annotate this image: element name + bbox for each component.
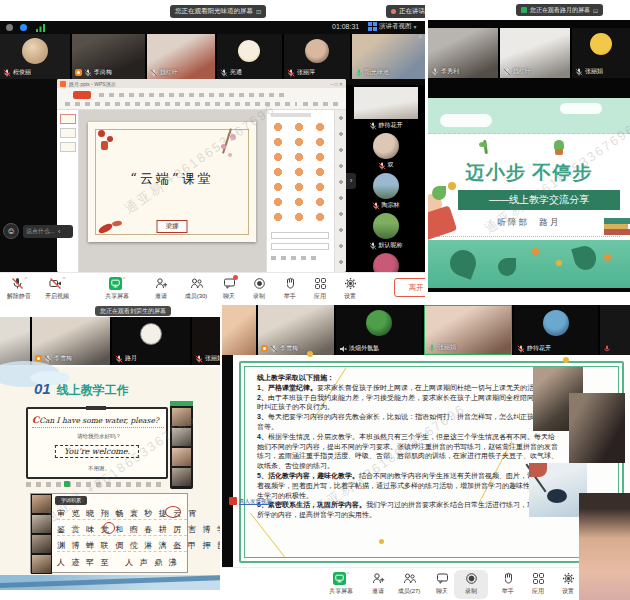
- slide-thumbnail[interactable]: [60, 142, 76, 152]
- participant-tile[interactable]: 张丽娟: [572, 28, 630, 78]
- yellow-dot-decoration: [307, 351, 313, 357]
- video-strip: 李雪梅 路月 张丽娟: [0, 317, 220, 365]
- wps-slide-panel[interactable]: [57, 110, 79, 272]
- speaker-icon: [391, 9, 396, 14]
- participant-tile-partial[interactable]: [600, 305, 630, 355]
- banner-text: 您正在观看刘荣生的屏幕: [100, 307, 166, 316]
- participant-tile[interactable]: [354, 87, 418, 119]
- meeting-toolbar: ^ 共享屏幕 邀请 成员(27) 聊天 录制 举手 应用: [222, 567, 630, 600]
- apps-button[interactable]: 应用: [305, 277, 335, 301]
- members-button[interactable]: 成员(30): [178, 277, 214, 301]
- participant-tile[interactable]: 魏红叶: [500, 28, 570, 78]
- start-video-label: 开启视频: [45, 292, 69, 301]
- panel-header-decoration: [271, 113, 311, 117]
- plum-blossom-decoration: [107, 136, 113, 142]
- participant-tile[interactable]: [222, 305, 256, 355]
- participant-tile[interactable]: 张丽娟: [192, 317, 220, 365]
- slide-author: 听障部 路月: [428, 217, 630, 229]
- student-video: [172, 408, 191, 426]
- view-mode-switch[interactable]: 演讲者视图 ▾: [368, 22, 417, 31]
- share-screen-button[interactable]: ^ 共享屏幕: [100, 277, 134, 301]
- participant-tile[interactable]: 路月: [112, 317, 190, 365]
- mic-muted-icon: [369, 122, 377, 130]
- invite-icon: [155, 277, 168, 290]
- panel-dropdown[interactable]: [271, 243, 329, 250]
- share-screen-icon: [333, 572, 346, 585]
- avatar: [140, 323, 162, 345]
- avatar[interactable]: [373, 173, 399, 199]
- emoji-button[interactable]: ☺: [3, 223, 19, 239]
- wps-home-tab[interactable]: [73, 91, 91, 99]
- share-options-caret[interactable]: ^: [347, 572, 350, 576]
- invite-button[interactable]: 邀请: [364, 572, 392, 596]
- window-controls[interactable]: – □ ✕: [330, 81, 343, 87]
- slide-footer-band: [428, 240, 630, 288]
- participant-tile[interactable]: 李尚梅: [72, 34, 145, 79]
- avatar[interactable]: [373, 213, 399, 239]
- apps-button[interactable]: 应用: [524, 572, 552, 596]
- mic-muted-icon: [44, 355, 52, 363]
- record-button-active[interactable]: 录制: [456, 572, 486, 596]
- avatar[interactable]: [373, 133, 399, 159]
- shield-icon[interactable]: [20, 24, 27, 31]
- participant-tile[interactable]: 亮通: [217, 34, 282, 79]
- share-screen-button[interactable]: ^ 共享屏幕: [324, 572, 358, 596]
- settings-button[interactable]: 设置: [335, 277, 365, 301]
- settings-button[interactable]: 设置: [554, 572, 582, 596]
- participant-tile[interactable]: [0, 317, 30, 365]
- wave-stripe: [0, 575, 220, 589]
- participant-tile[interactable]: 李雪梅: [258, 305, 334, 355]
- speaker-muted-icon: [339, 345, 347, 353]
- whiteboard-tab: [86, 406, 106, 410]
- raise-hand-button[interactable]: 举手: [494, 572, 522, 596]
- members-button[interactable]: 成员(27): [392, 572, 426, 596]
- participant-tile[interactable]: 程俊丽: [0, 34, 70, 79]
- camera-options-caret[interactable]: ^: [63, 277, 66, 281]
- participant-tile[interactable]: 李秀利: [428, 28, 498, 78]
- slide-thumbnail[interactable]: [60, 128, 76, 138]
- whiteboard-characters: 字词积累 审 览 晓 翔 畅 寰 秒 捷 云 霄 鉴 赏 味 觉 和 煦 春 耕…: [30, 493, 188, 573]
- whiteboard-english: CCan I have some water, please? 请给我些水好吗？…: [26, 407, 168, 479]
- mini-toolbar-green-icon: [64, 481, 70, 487]
- share-options-caret[interactable]: ^: [123, 277, 126, 281]
- chat-quick-input[interactable]: 说点什么... ‹: [23, 225, 73, 238]
- video-link-row[interactable]: 真人发音视频: [229, 497, 272, 505]
- collapse-chat-icon[interactable]: ‹: [58, 228, 60, 235]
- participant-tile[interactable]: 静待花开: [514, 305, 598, 355]
- book-stack-decoration: [604, 229, 630, 235]
- panel-dropdown[interactable]: [271, 232, 329, 239]
- chat-button[interactable]: 聊天: [214, 277, 244, 301]
- wave-footer: [0, 575, 220, 590]
- raise-hand-button[interactable]: 举手: [275, 277, 305, 301]
- video-strip: 程俊丽 李尚梅 魏红叶 亮通 张丽萍 ^ 阳光味道: [0, 34, 425, 79]
- participant-tile-active-speaker[interactable]: ^ 阳光味道: [352, 34, 425, 79]
- collapse-tile-icon[interactable]: ^: [419, 34, 422, 41]
- wps-ribbon[interactable]: [57, 88, 346, 110]
- record-status-icon[interactable]: [6, 24, 13, 31]
- chat-button[interactable]: 聊天: [428, 572, 456, 596]
- leave-meeting-button[interactable]: 离开: [394, 278, 425, 297]
- leaf-decoration: [432, 186, 446, 200]
- expand-rail-arrow[interactable]: ›: [346, 173, 356, 189]
- shrink-icon[interactable]: ⊡: [593, 7, 598, 14]
- record-button[interactable]: 录制: [244, 277, 274, 301]
- participant-tile[interactable]: 张丽萍: [284, 34, 350, 79]
- wps-right-rail[interactable]: [334, 110, 346, 272]
- settings-label: 设置: [562, 587, 574, 596]
- participant-tile-speaking[interactable]: 张丽娟: [424, 305, 512, 355]
- participant-tile[interactable]: 魏红叶: [147, 34, 215, 79]
- video-link-label[interactable]: 真人发音视频: [239, 498, 272, 505]
- measure-text: 根据学生情况，分层次教学。本班虽然只有三个学生，但是这三个学生情况各有不同。每天…: [257, 433, 558, 469]
- view-mode-label: 演讲者视图: [379, 22, 412, 31]
- measure-item: 4、根据学生情况，分层次教学。本班虽然只有三个学生，但是这三个学生情况各有不同。…: [257, 432, 561, 471]
- start-video-button[interactable]: ^ 开启视频: [40, 277, 74, 301]
- shrink-icon[interactable]: ⊡: [256, 8, 261, 16]
- wps-sticker-panel[interactable]: [266, 110, 334, 272]
- slide-thumbnail[interactable]: [60, 114, 76, 124]
- participant-tile[interactable]: 淡烟外氤氲: [336, 305, 422, 355]
- participant-tile[interactable]: 李雪梅: [32, 317, 110, 365]
- mic-options-caret[interactable]: ^: [25, 277, 28, 281]
- unmute-button[interactable]: ^ 解除静音: [2, 277, 36, 301]
- sticker-grid[interactable]: [270, 122, 332, 226]
- invite-button[interactable]: 邀请: [146, 277, 176, 301]
